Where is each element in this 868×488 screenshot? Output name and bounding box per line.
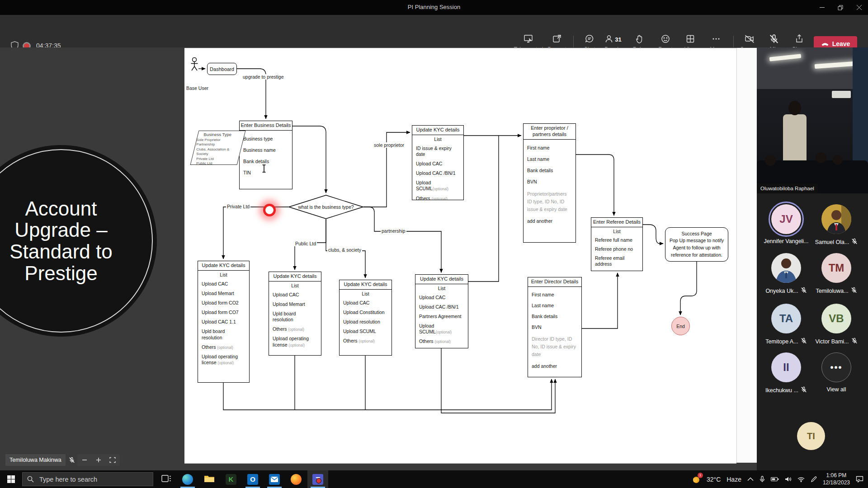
flow-node-success: Success PagePop Up message to notifyAgen… [665,227,728,262]
participants-panel: Oluwatobiloba Raphael JVJennifer Vangeli… [757,47,868,470]
firefox-icon [291,474,302,485]
laser-pointer-dot [263,204,276,216]
edge-icon [182,474,193,485]
flow-node-referee: Enter Referee DetailsListReferee full na… [591,217,643,271]
avatar: TA [771,304,801,333]
taskbar-app-mail[interactable] [264,470,285,488]
participant-tile-3[interactable]: Onyeka Uk... [761,253,811,295]
participant-count-badge: 31 [615,36,621,43]
avatar: VB [821,304,851,333]
taskbar-app-k-app[interactable]: K [221,470,241,488]
taskbar-app-edge[interactable] [177,470,198,488]
fit-to-screen-button[interactable] [108,455,118,465]
outlook-icon: O [247,474,258,485]
taskbar-search[interactable] [22,472,153,486]
taskbar-app-explorer[interactable] [199,470,220,488]
leave-phone-icon [821,42,829,46]
participant-tile-4[interactable]: TMTemiloluwa... [811,253,862,295]
restore-button[interactable] [831,0,849,15]
muted-mic-icon [801,338,807,345]
clock[interactable]: 1:06 PM 12/18/2023 [823,472,850,486]
people-icon [604,34,613,45]
edge-label-clubs: clubs, & society [327,247,362,253]
participant-name: Samuel Ola... [815,239,849,245]
weather-condition[interactable]: Haze [726,476,741,483]
window-titlebar: PI Planning Session [0,0,868,15]
avatar: TM [821,253,851,283]
flow-node-end: End [671,317,690,335]
action-center-icon[interactable] [856,476,863,483]
screen: { "window": { "title": "PI Planning Sess… [0,0,868,488]
task-view-icon [161,474,171,485]
search-input[interactable] [38,475,144,483]
volume-icon[interactable] [785,476,792,482]
search-icon [27,476,34,483]
muted-mic-icon [851,287,857,295]
muted-mic-icon [801,386,807,394]
participant-tile-1[interactable]: JVJennifer Vangeli... [761,204,811,244]
pop-out-icon [552,34,562,45]
mic-icon [769,34,779,45]
screen-share-stage: AccountUpgrade –Standard toPrestige [0,47,757,470]
view-icon [685,34,695,45]
taskbar-app-teams[interactable]: T [307,470,328,488]
meeting-control-bar: 04:37:35 Take control Pop out Chat 31Peo… [0,15,868,47]
zoom-in-button[interactable] [94,455,104,465]
notification-badge [316,478,321,483]
close-button[interactable] [850,0,868,15]
flow-node-decision: what is the business type? [288,195,363,219]
taskbar-app-task-view[interactable] [156,470,177,488]
flow-node-kyc-partnership: Update KYC detailsListUpload CACUpload C… [415,274,468,348]
tray-time: 1:06 PM [823,472,850,479]
start-button[interactable] [0,470,22,488]
participant-tile-6[interactable]: VBVictor Bami... [811,304,862,345]
participant-tile-7[interactable]: IIIkechukwu ... [761,352,811,394]
slide-title-circle: AccountUpgrade –Standard toPrestige [0,145,157,337]
slide-title-text: AccountUpgrade –Standard toPrestige [0,145,157,337]
overflow-avatar: ••• [821,352,851,382]
edge-label-base-user: Base User [185,85,209,91]
camera-icon [744,34,755,45]
react-icon [660,34,670,45]
mail-icon [269,474,280,485]
participant-name: Victor Bami... [815,338,849,345]
participant-name: Temitope A... [765,338,798,345]
participant-tile-5[interactable]: TATemitope A... [761,304,811,345]
video-scene [757,47,868,89]
minimize-button[interactable] [813,0,831,15]
participant-tile-2[interactable]: Samuel Ola... [811,204,862,246]
presenter-video-tile[interactable]: Oluwatobiloba Raphael [757,47,868,193]
weather-temp[interactable]: 32°C [707,476,721,483]
flowchart-connectors [184,48,736,463]
canvas-margin [736,48,757,463]
presenter-overlay-name: Temiloluwa Makinwa [5,457,66,463]
pen-icon[interactable] [811,476,817,483]
explorer-icon [204,474,215,485]
flow-node-enter-business: Enter Business DetailsBusiness typeBusin… [239,121,292,189]
take-control-icon [523,34,534,45]
wifi-icon[interactable] [797,477,805,482]
tray-date: 12/18/2023 [823,479,850,487]
edge-label-partnership: partnership [381,228,406,234]
zoom-out-button[interactable] [80,455,90,465]
weather-alert-badge: 1 [698,473,703,478]
participant-name: Onyeka Uk... [765,288,798,294]
minimize-icon [820,5,825,10]
participant-tile-8[interactable]: •••View all [811,352,862,393]
windows-logo-icon [7,475,15,483]
taskbar-app-outlook[interactable]: O [242,470,263,488]
self-avatar[interactable]: TI [797,422,825,450]
tray-mic-icon[interactable] [760,476,765,483]
share-zoom-controls [77,454,120,466]
weather-icon[interactable]: 1 [692,475,701,484]
tray-expand-chevron-icon[interactable] [747,477,754,481]
taskbar-app-firefox[interactable] [286,470,307,488]
participant-name: View all [827,386,846,393]
presenter-name-label: Oluwatobiloba Raphael [757,183,818,193]
close-icon [857,5,862,10]
edge-label-private: Private Ltd [226,204,250,209]
edge-label-upgrade: upgrade to prestige [242,74,284,80]
flow-node-director: Enter Director DetailsFirst nameLast nam… [528,277,582,377]
battery-icon[interactable] [771,477,779,482]
restore-icon [838,5,843,10]
